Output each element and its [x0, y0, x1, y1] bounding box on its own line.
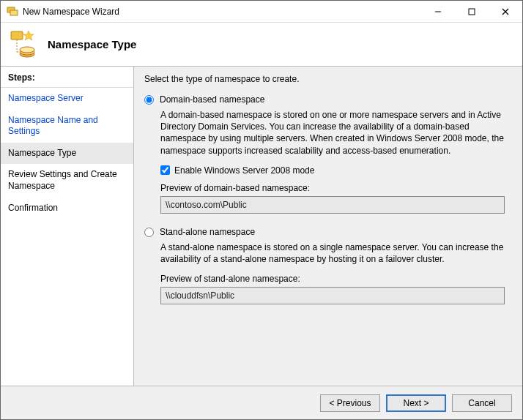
radio-domain-based[interactable]: [144, 95, 154, 105]
option-domain-label: Domain-based namespace: [160, 94, 264, 105]
cancel-button[interactable]: Cancel: [452, 394, 512, 412]
option-domain-based[interactable]: Domain-based namespace: [144, 94, 508, 105]
step-namespace-server[interactable]: Namespace Server: [1, 88, 133, 110]
next-button[interactable]: Next >: [386, 394, 446, 412]
option-standalone[interactable]: Stand-alone namespace: [144, 227, 508, 237]
option-domain-body: A domain-based namespace is stored on on…: [160, 108, 508, 214]
step-namespace-type[interactable]: Namespace Type: [1, 143, 133, 165]
standalone-preview-value: \\clouddfsn\Public: [160, 287, 505, 304]
svg-point-12: [20, 47, 34, 53]
svg-rect-3: [469, 9, 475, 15]
step-confirmation: Confirmation: [1, 198, 133, 220]
instruction-text: Select the type of namespace to create.: [144, 74, 508, 84]
window-buttons: [421, 1, 522, 22]
wizard-footer: < Previous Next > Cancel: [1, 386, 522, 419]
checkbox-2008-mode[interactable]: [160, 165, 170, 175]
previous-button[interactable]: < Previous: [320, 394, 380, 412]
standalone-desc: A stand-alone namespace is stored on a s…: [160, 241, 508, 265]
svg-marker-7: [23, 31, 34, 40]
app-icon: [7, 6, 18, 18]
main-panel: Select the type of namespace to create. …: [134, 67, 522, 386]
standalone-preview-label: Preview of stand-alone namespace:: [160, 274, 508, 284]
steps-header: Steps:: [1, 70, 133, 88]
checkbox-2008-label: Enable Windows Server 2008 mode: [174, 165, 314, 176]
wizard-icon: [8, 30, 37, 59]
wizard-header: Namespace Type: [1, 23, 522, 67]
domain-desc: A domain-based namespace is stored on on…: [160, 109, 508, 157]
titlebar: New Namespace Wizard: [1, 1, 522, 23]
maximize-button[interactable]: [455, 1, 489, 22]
wizard-window: New Namespace Wizard Na: [0, 0, 523, 420]
wizard-body: Steps: Namespace Server Namespace Name a…: [1, 67, 522, 386]
close-button[interactable]: [489, 1, 522, 22]
page-title: Namespace Type: [48, 38, 136, 50]
radio-standalone[interactable]: [144, 228, 154, 237]
enable-2008-mode[interactable]: Enable Windows Server 2008 mode: [160, 165, 508, 176]
window-title: New Namespace Wizard: [23, 7, 421, 17]
svg-rect-6: [11, 31, 23, 40]
step-namespace-name[interactable]: Namespace Name and Settings: [1, 110, 133, 143]
svg-rect-1: [10, 10, 18, 15]
steps-sidebar: Steps: Namespace Server Namespace Name a…: [1, 67, 134, 386]
minimize-button[interactable]: [421, 1, 455, 22]
domain-preview-value: \\contoso.com\Public: [160, 196, 505, 214]
option-standalone-body: A stand-alone namespace is stored on a s…: [160, 240, 508, 304]
step-review: Review Settings and Create Namespace: [1, 164, 133, 197]
option-standalone-label: Stand-alone namespace: [160, 227, 255, 237]
domain-preview-label: Preview of domain-based namespace:: [160, 183, 508, 193]
